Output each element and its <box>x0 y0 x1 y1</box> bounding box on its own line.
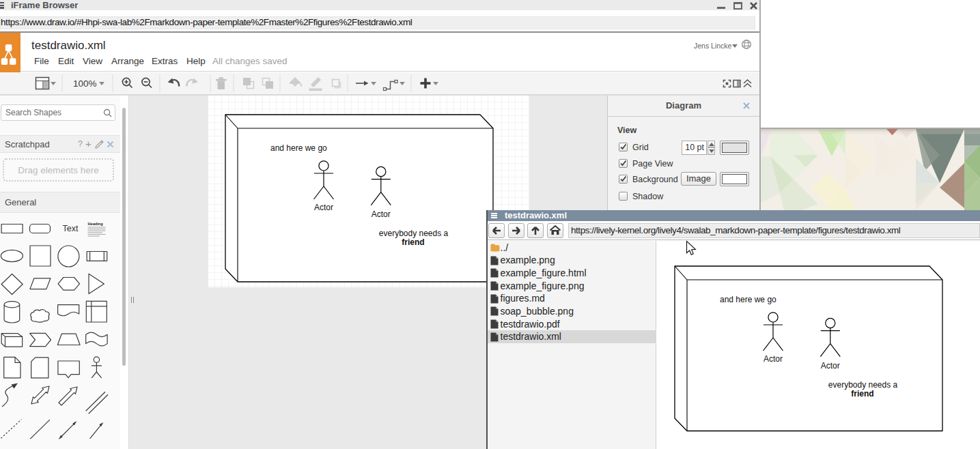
svg-text:Actor: Actor <box>821 361 840 371</box>
svg-text:Text: Text <box>63 223 79 233</box>
svg-text:Actor: Actor <box>314 203 333 212</box>
svg-text:Actor: Actor <box>372 209 391 218</box>
svg-text:and here we go: and here we go <box>720 295 776 304</box>
svg-text:friend: friend <box>402 237 424 246</box>
svg-text:Actor: Actor <box>764 354 783 364</box>
svg-text:friend: friend <box>851 389 873 399</box>
svg-text:Heading: Heading <box>88 221 104 225</box>
svg-text:100%: 100% <box>73 78 97 88</box>
svg-text:and here we go: and here we go <box>270 143 327 153</box>
